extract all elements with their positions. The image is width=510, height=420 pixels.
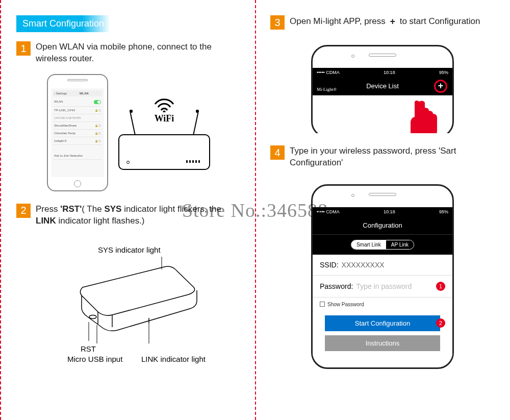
- ssid-field: SSID: XXXXXXXXX: [313, 255, 452, 276]
- show-password-checkbox[interactable]: Show Password: [313, 298, 452, 311]
- step-4: 4 Type in your wireless password, press …: [270, 145, 495, 169]
- wlan-back: ‹ Settings: [54, 92, 67, 95]
- time-label: 10:18: [384, 70, 395, 75]
- password-placeholder: Type in password: [356, 282, 433, 290]
- svg-point-1: [89, 315, 96, 318]
- step-2: 2 Press 'RST'( The SYS indicator light f…: [16, 204, 240, 227]
- callout-badge: 1: [436, 282, 445, 291]
- phone-configuration: ••••• CDMA 10:18 95% Configuration Smart…: [311, 184, 454, 369]
- password-field[interactable]: Password: Type in password 1: [313, 276, 452, 298]
- phone-device-list: ••••• CDMA 10:18 95% Mi·Light® Device Li…: [311, 45, 454, 133]
- wlan-switch-label: WLAN: [54, 100, 63, 104]
- tab-smartlink[interactable]: Smart Link: [351, 240, 386, 249]
- wifi-icon: [153, 95, 175, 112]
- wlan-network-item: ChinaNet-Tsmly: [54, 132, 75, 135]
- callout-badge: 2: [436, 318, 445, 328]
- wlan-network-item: 1stlight-5: [54, 139, 66, 142]
- wifi-label: WiFi: [155, 113, 174, 124]
- time-label: 10:18: [384, 209, 395, 214]
- svg-point-0: [163, 111, 166, 113]
- tab-aplink[interactable]: AP Link: [386, 240, 414, 249]
- brand-label: Mi·Light®: [317, 87, 337, 92]
- step-number: 1: [16, 41, 31, 56]
- step-text: Open Mi-light APP, press + to start Conf…: [290, 15, 480, 28]
- ssid-value: XXXXXXXXX: [342, 261, 385, 269]
- plus-icon: +: [390, 15, 395, 28]
- wlan-others-header: CHOOSE A NETWORK: [54, 116, 81, 119]
- step-number: 4: [270, 145, 285, 160]
- start-configuration-button[interactable]: Start Configuration 2: [325, 315, 440, 331]
- carrier-label: ••••• CDMA: [317, 70, 340, 75]
- step-text: Type in your wireless password, press 'S…: [290, 145, 495, 169]
- label-sys: SYS indicator light: [98, 245, 161, 254]
- pointing-hand-icon: [406, 97, 442, 133]
- step-text: Press 'RST'( The SYS indicator light fli…: [36, 204, 240, 227]
- screen-title: Configuration: [363, 221, 402, 229]
- phone-wlan-illustration: ‹ SettingsWLAN WLAN TP-LINK_CF43🔒 ⓘ CHOO…: [47, 74, 108, 191]
- battery-label: 95%: [439, 70, 448, 75]
- step-number: 3: [270, 15, 285, 30]
- step1-illustration: ‹ SettingsWLAN WLAN TP-LINK_CF43🔒 ⓘ CHOO…: [47, 74, 240, 191]
- step-3: 3 Open Mi-light APP, press + to start Co…: [270, 15, 495, 30]
- carrier-label: ••••• CDMA: [317, 209, 340, 214]
- instructions-button[interactable]: Instructions: [325, 335, 440, 351]
- add-device-button[interactable]: +: [434, 80, 447, 93]
- left-column: Smart Configuration 1 Open WLAN via mobi…: [0, 0, 255, 420]
- step-text: Open WLAN via mobile phone, connect to t…: [36, 41, 240, 65]
- checkbox-icon[interactable]: [320, 302, 325, 307]
- wlan-network-item: ShuceMacShare: [54, 124, 76, 127]
- wlan-title: WLAN: [80, 92, 89, 95]
- label-micro-usb: Micro USB input: [67, 355, 122, 363]
- step-1: 1 Open WLAN via mobile phone, connect to…: [16, 41, 240, 65]
- step-number: 2: [16, 204, 31, 218]
- right-column: 3 Open Mi-light APP, press + to start Co…: [255, 0, 510, 420]
- device-illustration: SYS indicator light RST Micro USB input …: [42, 236, 236, 359]
- screen-title: Device List: [366, 82, 399, 90]
- label-rst: RST: [81, 344, 96, 353]
- wlan-ask-join: Ask to Join Networks: [54, 154, 83, 157]
- wlan-connected: TP-LINK_CF43: [54, 109, 75, 112]
- section-header: Smart Configuration: [16, 15, 110, 32]
- battery-label: 95%: [439, 209, 448, 214]
- wlan-toggle: [94, 100, 101, 104]
- router-illustration: [118, 134, 210, 170]
- link-mode-tabs[interactable]: Smart Link AP Link: [351, 240, 414, 250]
- label-link: LINK indicator light: [141, 355, 206, 363]
